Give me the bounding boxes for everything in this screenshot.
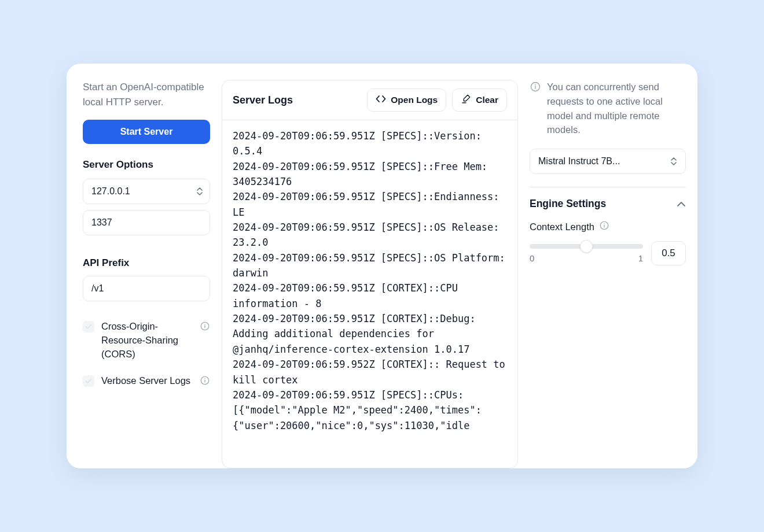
left-column: Start an OpenAI-compatible local HTTP se…	[83, 80, 222, 468]
svg-point-1	[204, 324, 205, 325]
cors-checkbox[interactable]	[83, 321, 94, 332]
verbose-checkbox[interactable]	[83, 375, 94, 387]
slider-thumb[interactable]	[580, 240, 593, 253]
port-input[interactable]	[83, 210, 210, 235]
svg-point-5	[535, 84, 536, 86]
verbose-checkbox-row: Verbose Server Logs	[83, 374, 210, 388]
logs-panel: Server Logs Open Logs Clear 2024-09-20T0…	[222, 80, 518, 468]
server-options-heading: Server Options	[83, 159, 210, 171]
clear-button[interactable]: Clear	[452, 88, 507, 112]
stepper-icon[interactable]	[196, 187, 203, 195]
info-banner-text: You can concurrently send requests to on…	[547, 80, 686, 137]
server-panel: Start an OpenAI-compatible local HTTP se…	[67, 64, 697, 468]
slider-max-label: 1	[638, 253, 643, 263]
cors-checkbox-row: Cross-Origin-Resource-Sharing (CORS)	[83, 320, 210, 361]
host-input[interactable]	[83, 179, 210, 204]
code-icon	[376, 95, 386, 105]
model-select[interactable]: Mistral Instruct 7B...	[530, 149, 686, 174]
model-select-label: Mistral Instruct 7B...	[538, 156, 620, 167]
verbose-checkbox-label: Verbose Server Logs	[101, 374, 210, 388]
api-prefix-heading: API Prefix	[83, 257, 210, 269]
logs-title: Server Logs	[233, 94, 293, 106]
api-prefix-input[interactable]	[83, 276, 210, 301]
engine-settings-title: Engine Settings	[530, 198, 606, 210]
slider-wrap: 0 1	[530, 244, 643, 263]
cors-checkbox-label: Cross-Origin-Resource-Sharing (CORS)	[101, 320, 210, 361]
intro-text: Start an OpenAI-compatible local HTTP se…	[83, 80, 210, 109]
context-length-value[interactable]: 0.5	[651, 241, 686, 265]
brush-icon	[461, 94, 471, 106]
logs-actions: Open Logs Clear	[367, 88, 507, 112]
start-server-button[interactable]: Start Server	[83, 120, 210, 144]
clear-label: Clear	[476, 95, 498, 105]
slider-labels: 0 1	[530, 253, 643, 263]
svg-point-7	[604, 223, 605, 224]
chevron-up-icon	[677, 199, 686, 209]
open-logs-label: Open Logs	[391, 95, 438, 105]
right-column: You can concurrently send requests to on…	[530, 80, 686, 468]
engine-settings-header[interactable]: Engine Settings	[530, 187, 686, 210]
info-icon[interactable]	[200, 321, 210, 334]
context-length-label: Context Length	[530, 221, 594, 232]
context-length-row: Context Length	[530, 220, 686, 233]
info-icon	[530, 81, 541, 137]
logs-content[interactable]: 2024-09-20T09:06:59.951Z [SPECS]::Versio…	[222, 120, 517, 468]
slider-min-label: 0	[530, 253, 534, 263]
info-icon[interactable]	[599, 220, 609, 233]
logs-header: Server Logs Open Logs Clear	[222, 80, 517, 120]
context-length-slider-row: 0 1 0.5	[530, 241, 686, 265]
info-banner: You can concurrently send requests to on…	[530, 80, 686, 137]
info-icon[interactable]	[200, 375, 210, 388]
select-chevrons-icon	[670, 157, 677, 165]
open-logs-button[interactable]: Open Logs	[367, 88, 446, 112]
host-field-row	[83, 179, 210, 204]
context-length-slider[interactable]	[530, 244, 643, 249]
svg-point-3	[204, 378, 205, 379]
